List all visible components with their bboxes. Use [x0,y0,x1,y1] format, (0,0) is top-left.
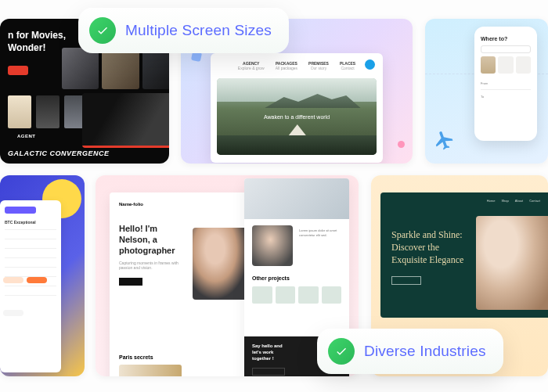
brand-logo: Name-folio [119,202,249,207]
shop-button[interactable] [391,276,421,285]
jewelry-headline: Sparkle and Shine: Discover the Exquisit… [391,228,474,267]
dashboard-panel: BTC Exceptional [0,200,61,372]
hero-image: Awaken to a different world [217,78,377,155]
section-title: Paris secrets [119,354,153,360]
panel-headline: BTC Exceptional [5,220,56,225]
cta-button[interactable] [119,278,142,286]
tile-mobile-booking: Where to? From To [425,19,548,164]
nav-tabs: AGENCYExplore & grow PACKAGESAll package… [211,61,383,70]
destination-options [481,56,531,74]
project-gallery [252,286,341,304]
option-card[interactable] [498,56,513,74]
decor-dot [398,141,405,148]
banner-title: GALACTIC CONVERGENCE [8,149,110,157]
screen-title: Where to? [481,36,531,41]
featured-banner [82,93,169,148]
phone-mockup: Where to? From To [474,27,537,141]
search-field[interactable] [481,45,531,53]
poster-label: AGENT [17,134,36,138]
site-nav: HomeShopAboutContact [487,199,540,203]
check-icon [328,338,355,365]
section-title: Other projects [252,275,290,281]
browser-frame: AGENCYExplore & grow PACKAGESAll package… [211,53,383,163]
jewelry-site: HomeShopAboutContact Sparkle and Shine: … [380,192,548,318]
thumbnail [119,365,182,376]
primary-button[interactable] [5,207,36,214]
badge-label: Multiple Screen Sizes [125,22,272,39]
hero-caption: Awaken to a different world [217,114,377,120]
portrait-image [193,228,249,300]
option-card[interactable] [481,56,496,74]
cta-circle[interactable] [365,59,375,70]
movie-hero-title: n for Movies, Wonder! [8,30,66,54]
play-button[interactable] [8,66,28,75]
email-field[interactable] [252,368,285,376]
airplane-icon [430,126,458,154]
option-card[interactable] [516,56,531,74]
portfolio-sub: Capturing moments in frames with passion… [119,261,189,270]
check-icon [89,17,116,44]
badge-diverse-industries: Diverse Industries [317,329,503,374]
portfolio-headline: Hello! I'm Nelson, a photographer [119,224,189,256]
portfolio-page-1: Name-folio Hello! I'm Nelson, a photogra… [110,192,258,376]
author-bio: Lorem ipsum dolor sit amet consectetur e… [299,228,343,237]
model-image [476,216,548,310]
tile-dashboard: BTC Exceptional [0,175,85,376]
badge-label: Diverse Industries [364,343,486,360]
badge-multiple-screen-sizes: Multiple Screen Sizes [78,8,289,53]
author-photo [252,225,293,266]
